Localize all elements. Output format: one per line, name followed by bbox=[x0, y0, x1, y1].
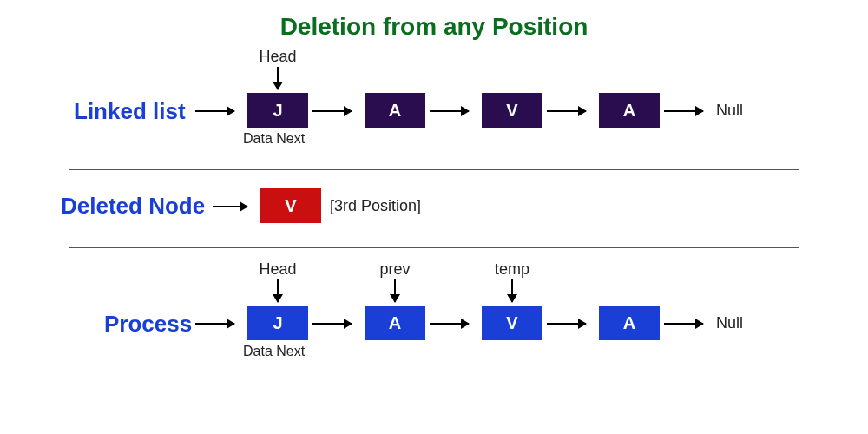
position-label: [3rd Position] bbox=[330, 197, 421, 215]
arrow-deleted bbox=[213, 206, 247, 207]
prev-label: prev bbox=[365, 260, 425, 279]
diagram-title: Deletion from any Position bbox=[0, 0, 868, 41]
node-4: A bbox=[599, 93, 660, 128]
data-next-label: Data Next bbox=[243, 131, 305, 147]
node-2: A bbox=[365, 93, 425, 128]
node-1: J bbox=[247, 93, 308, 128]
process-data-next-label: Data Next bbox=[243, 344, 305, 359]
deleted-node-label: Deleted Node bbox=[61, 193, 205, 220]
arrow-head-down bbox=[277, 67, 279, 89]
process-label: Process bbox=[104, 311, 192, 338]
process-node-4: A bbox=[599, 306, 660, 340]
divider-2 bbox=[69, 247, 799, 248]
arrow-p-4-null bbox=[664, 323, 703, 325]
deleted-node: V bbox=[260, 188, 321, 223]
arrow-4-null bbox=[664, 110, 703, 112]
arrow-prev-down bbox=[394, 279, 396, 302]
linked-list-label: Linked list bbox=[74, 98, 186, 125]
section-linked-list: Head Linked list J A V A Null Data Next bbox=[0, 48, 868, 178]
process-head-label: Head bbox=[247, 260, 308, 279]
process-node-3: V bbox=[482, 306, 542, 340]
null-label: Null bbox=[716, 102, 743, 120]
process-node-2: A bbox=[365, 306, 425, 340]
arrow-process-to-node bbox=[195, 323, 234, 325]
arrow-p-2-3 bbox=[430, 323, 469, 325]
process-null-label: Null bbox=[716, 314, 743, 332]
arrow-temp-down bbox=[511, 279, 513, 302]
process-node-1: J bbox=[247, 306, 308, 340]
section-deleted-node: Deleted Node V [3rd Position] bbox=[0, 182, 868, 234]
arrow-3-4 bbox=[547, 110, 586, 112]
arrow-p-1-2 bbox=[312, 323, 352, 325]
head-label: Head bbox=[247, 48, 308, 66]
arrow-label-to-node bbox=[195, 110, 234, 112]
divider-1 bbox=[69, 169, 799, 170]
arrow-2-3 bbox=[430, 110, 469, 112]
node-3: V bbox=[482, 93, 542, 128]
arrow-1-2 bbox=[312, 110, 352, 112]
arrow-head-down-2 bbox=[277, 279, 279, 302]
arrow-p-3-4 bbox=[547, 323, 586, 325]
temp-label: temp bbox=[482, 260, 542, 279]
section-process: Head prev temp Process J A V A Null Data… bbox=[0, 260, 868, 408]
